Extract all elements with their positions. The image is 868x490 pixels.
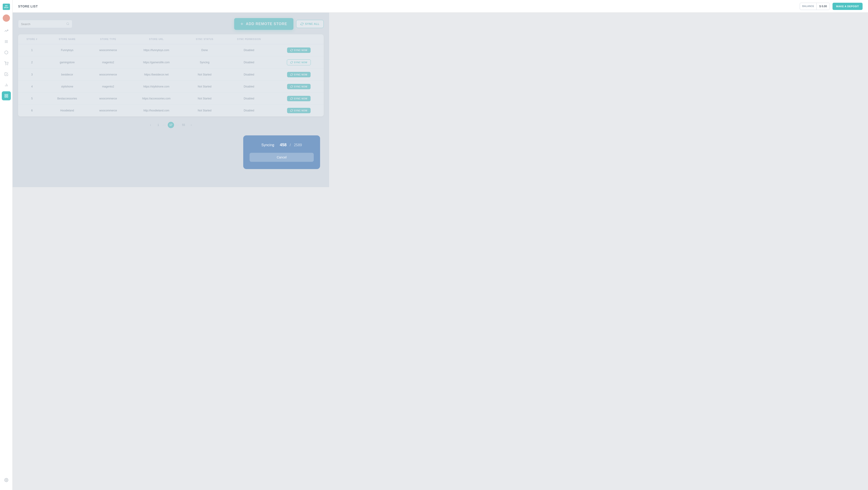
pagination-dots-1: ··· [163, 123, 166, 127]
cell-action: SYNC NOW [274, 56, 324, 69]
page-title: STORE LIST [18, 4, 329, 8]
cell-type: magento2 [89, 81, 128, 93]
avatar[interactable] [3, 14, 10, 22]
cell-status: Not Started [185, 81, 224, 93]
search-input[interactable] [21, 22, 64, 26]
sync-now-button-5[interactable]: SYNC NOW [287, 96, 311, 101]
sidebar-item-cart[interactable] [2, 59, 11, 68]
topbar: STORE LIST BALANCE $ 0.00 MAKE A DEPOSIT [13, 0, 329, 13]
sidebar-item-box[interactable] [2, 48, 11, 57]
sync-icon-1 [290, 49, 293, 52]
cell-status: Not Started [185, 93, 224, 105]
sync-now-button-2[interactable]: SYNC NOW [287, 59, 311, 65]
table-row: 2 gamingstore magento2 https://gamerslif… [18, 56, 324, 69]
pagination-next[interactable]: › [188, 122, 194, 128]
sidebar-item-trend[interactable] [2, 26, 11, 35]
sync-now-button-3[interactable]: SYNC NOW [287, 72, 311, 77]
cell-name: bestdecor [46, 69, 89, 81]
sync-modal: Syncing 458 / 2589 Cancel [243, 135, 320, 169]
cell-url: https://bestdecor.net [128, 69, 185, 81]
sync-count-total: 2589 [294, 143, 302, 147]
table-row: 4 stylishone magento2 https://stylishone… [18, 81, 324, 93]
cell-url: https://funnytoys.com [128, 44, 185, 56]
sidebar-item-analytics[interactable] [2, 81, 11, 90]
col-header-num: STORE # [18, 34, 46, 44]
sidebar-item-store[interactable] [2, 91, 11, 100]
cell-status: Not Started [185, 69, 224, 81]
cell-permission: Disabled [224, 69, 274, 81]
svg-rect-10 [5, 96, 6, 97]
store-table-container: STORE # STORE NAME STORE TYPE STORE URL … [18, 34, 324, 116]
cell-permission: Disabled [224, 93, 274, 105]
cell-action: SYNC NOW [274, 105, 324, 117]
sidebar-item-menu[interactable] [2, 37, 11, 46]
sync-status: Syncing 458 / 2589 [261, 143, 302, 147]
svg-point-3 [6, 65, 6, 65]
table-row: 6 Hoodieland woocommerce http://hoodiela… [18, 105, 324, 117]
pagination-page-17[interactable]: 17 [168, 122, 174, 128]
add-remote-store-button[interactable]: + ADD REMOTE STORE [234, 18, 293, 30]
svg-rect-8 [5, 94, 6, 95]
svg-rect-9 [6, 94, 8, 95]
cell-name: stylishone [46, 81, 89, 93]
cell-type: woocommerce [89, 44, 128, 56]
sync-divider: / [290, 143, 291, 147]
cell-status: Done [185, 44, 224, 56]
cell-status: Not Started [185, 105, 224, 117]
cell-status: Syncing [185, 56, 224, 69]
sync-now-button-4[interactable]: SYNC NOW [287, 84, 311, 89]
cancel-button[interactable]: Cancel [250, 153, 314, 162]
col-header-url: STORE URL [128, 34, 185, 44]
pagination-prev[interactable]: ‹ [147, 122, 154, 128]
sync-icon-3 [290, 73, 293, 76]
pagination-page-1[interactable]: 1 [155, 122, 161, 128]
cell-action: SYNC NOW [274, 93, 324, 105]
sync-icon-2 [290, 61, 293, 64]
search-box [18, 20, 72, 28]
cell-url: https://accessories.com [128, 93, 185, 105]
pagination-dots-2: ··· [176, 123, 179, 127]
cell-name: gamingstore [46, 56, 89, 69]
cell-url: https://gamerslife.com [128, 56, 185, 69]
cell-type: woocommerce [89, 105, 128, 117]
cell-num: 3 [18, 69, 46, 81]
cell-permission: Disabled [224, 56, 274, 69]
cell-name: Bestaccessories [46, 93, 89, 105]
cell-type: woocommerce [89, 69, 128, 81]
sync-count-current: 458 [280, 143, 287, 147]
toolbar: + ADD REMOTE STORE SYNC ALL [18, 18, 324, 30]
cell-permission: Disabled [224, 105, 274, 117]
cell-num: 6 [18, 105, 46, 117]
table-row: 5 Bestaccessories woocommerce https://ac… [18, 93, 324, 105]
cell-num: 1 [18, 44, 46, 56]
cell-url: http://hoodieland.com [128, 105, 185, 117]
store-table: STORE # STORE NAME STORE TYPE STORE URL … [18, 34, 324, 116]
col-header-action [274, 34, 324, 44]
cell-num: 4 [18, 81, 46, 93]
col-header-status: SYNC STATUS [185, 34, 224, 44]
syncing-label: Syncing [261, 143, 274, 147]
sync-now-button-6[interactable]: SYNC NOW [287, 108, 311, 113]
col-header-name: STORE NAME [46, 34, 89, 44]
cell-permission: Disabled [224, 44, 274, 56]
pagination: ‹ 1 ··· 17 ··· 55 › [18, 116, 324, 130]
svg-line-14 [68, 24, 69, 25]
svg-rect-11 [6, 96, 8, 97]
cell-num: 2 [18, 56, 46, 69]
sync-icon-6 [290, 109, 293, 112]
cell-name: Hoodieland [46, 105, 89, 117]
sync-now-button-1[interactable]: SYNC NOW [287, 48, 311, 53]
cell-action: SYNC NOW [274, 69, 324, 81]
search-icon [66, 22, 69, 26]
plus-icon: + [241, 21, 244, 27]
sidebar-item-check[interactable] [2, 70, 11, 79]
table-row: 1 Funnytoys woocommerce https://funnytoy… [18, 44, 324, 56]
col-header-permission: SYNC PERMISSION [224, 34, 274, 44]
cell-num: 5 [18, 93, 46, 105]
svg-point-13 [67, 22, 69, 24]
svg-point-4 [7, 65, 8, 65]
sync-all-button[interactable]: SYNC ALL [296, 20, 324, 28]
logo[interactable]: 365 DROP [2, 3, 10, 11]
pagination-page-55[interactable]: 55 [180, 122, 187, 128]
sidebar: 365 DROP [0, 0, 13, 187]
